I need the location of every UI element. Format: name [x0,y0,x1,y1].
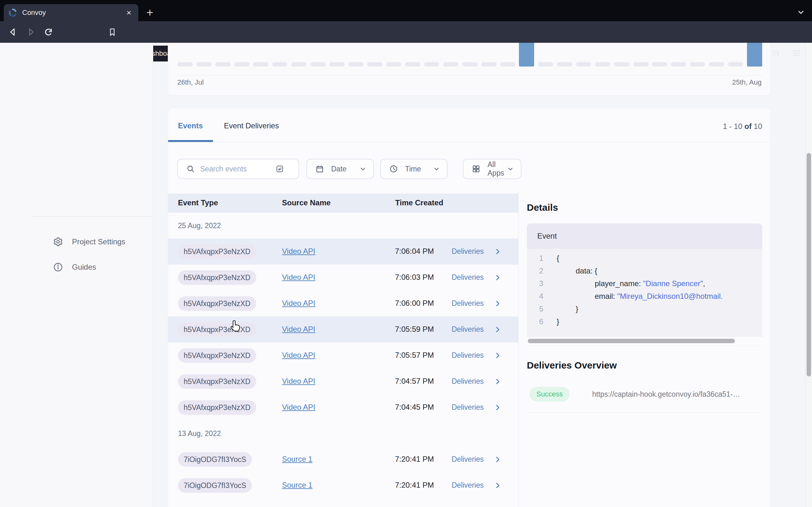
chart-bar[interactable] [367,62,383,66]
chart-bar[interactable] [196,62,212,66]
chart-bar[interactable] [405,62,420,66]
chevron-right-icon[interactable] [494,247,502,256]
code-line: 5} [527,302,762,315]
chart-bar[interactable] [500,62,515,66]
chevron-right-icon[interactable] [494,455,502,464]
chart-bar[interactable] [272,62,287,66]
sidebar-item-project-settings[interactable]: Project Settings [53,237,125,247]
chart-bar[interactable] [538,62,553,66]
chevron-right-icon[interactable] [494,274,502,282]
forward-button[interactable] [26,27,36,37]
tab-events[interactable]: Events [178,121,203,130]
chart-bar[interactable] [235,62,250,66]
deliveries-link[interactable]: Deliveries [452,273,484,282]
chart-bar[interactable] [690,62,705,66]
time-filter-dropdown[interactable]: Time [380,159,448,179]
code-horizontal-scrollbar[interactable] [528,339,735,343]
chart-bar[interactable] [728,62,743,66]
browser-tab[interactable]: Convoy × [4,4,138,21]
source-link[interactable]: Source 1 [282,481,312,490]
chart-bar[interactable] [348,62,363,66]
chart-bar-active[interactable] [519,43,534,66]
deliveries-link[interactable]: Deliveries [452,455,484,464]
source-link[interactable]: Video API [282,325,315,334]
chevron-right-icon[interactable] [494,403,502,412]
source-link[interactable]: Video API [282,403,315,412]
chart-bar[interactable] [177,62,193,66]
deliveries-link[interactable]: Deliveries [452,403,484,412]
date-filter-dropdown[interactable]: Date [306,159,374,179]
deliveries-link[interactable]: Deliveries [452,325,484,334]
table-row[interactable]: 7iOigODG7fI3YocS Source 1 7:20:41 PM Del… [168,447,518,472]
event-type-badge: 7iOigODG7fI3YocS [178,478,252,493]
back-button[interactable] [8,27,18,37]
chart-axis-line [177,75,762,75]
apps-filter-dropdown[interactable]: All Apps [463,159,521,179]
search-events-box[interactable] [177,159,299,179]
deliveries-link[interactable]: Deliveries [452,247,484,256]
chart-bar[interactable] [557,62,572,66]
chevron-right-icon[interactable] [494,299,502,308]
table-row[interactable]: h5VAfxqpxP3eNzXD Video API 7:06:04 PM De… [168,239,518,265]
chart-bar[interactable] [614,62,629,66]
table-row[interactable]: 7iOigODG7fI3YocS Source 1 7:20:41 PM Del… [168,472,518,498]
page-scrollbar-thumb[interactable] [807,153,811,377]
source-link[interactable]: Video API [282,351,315,360]
chart-bar[interactable] [253,62,268,66]
tab-close-icon[interactable]: × [124,8,134,17]
chevron-right-icon[interactable] [494,481,502,490]
chart-bar[interactable] [291,62,306,66]
source-link[interactable]: Video API [282,377,315,386]
chart-bar[interactable] [652,62,667,66]
chart-bar[interactable] [633,62,648,66]
search-input[interactable] [200,164,275,174]
chart-bar[interactable] [424,62,439,66]
chart-bar[interactable] [215,62,231,66]
source-link[interactable]: Video API [282,273,315,282]
chart-bar[interactable] [595,62,610,66]
reload-button[interactable] [44,27,53,37]
chart-bar[interactable] [576,62,591,66]
chevron-right-icon[interactable] [494,326,502,334]
code-line: 4email: "Mireya_Dickinson10@hotmail. [527,290,762,302]
deliveries-link[interactable]: Deliveries [452,377,484,386]
page-scrollbar-track[interactable] [805,43,812,507]
table-details-divider [518,191,519,507]
new-tab-button[interactable]: + [147,7,153,18]
chart-bar[interactable] [481,62,496,66]
sidebar-item-guides[interactable]: Guides [53,262,96,272]
tab-search-chevron-icon[interactable] [797,8,805,16]
chart-bar[interactable] [709,62,724,66]
tab-event-deliveries[interactable]: Event Deliveries [224,121,279,130]
source-link[interactable]: Source 1 [282,455,312,464]
source-link[interactable]: Video API [282,247,315,256]
chart-bar[interactable] [386,62,401,66]
table-row[interactable]: h5VAfxqpxP3eNzXD Video API 7:05:59 PM De… [168,317,518,343]
table-row[interactable]: h5VAfxqpxP3eNzXD Video API 7:04:45 PM De… [168,395,518,420]
table-row[interactable]: h5VAfxqpxP3eNzXD Video API 7:06:00 PM De… [168,291,518,317]
chart-bar[interactable] [671,62,686,66]
chart-bar[interactable] [462,62,477,66]
apps-filter-label: All Apps [488,160,507,177]
table-row[interactable]: h5VAfxqpxP3eNzXD Video API 7:06:03 PM De… [168,265,518,291]
events-chart-card: 26th, Jul 25th, Aug [168,43,771,96]
source-link[interactable]: Video API [282,299,315,308]
chart-bar[interactable] [443,62,458,66]
playlist-icon[interactable] [771,49,781,58]
deliveries-link[interactable]: Deliveries [452,351,484,360]
table-row[interactable]: h5VAfxqpxP3eNzXD Video API 7:04:57 PM De… [168,369,518,395]
bookmark-icon[interactable] [108,27,117,37]
table-row[interactable]: h5VAfxqpxP3eNzXD Video API 7:05:57 PM De… [168,343,518,369]
chart-bar[interactable] [329,62,345,66]
deliveries-link[interactable]: Deliveries [452,481,484,490]
event-payload-code[interactable]: 1{2data: {3player_name: "Dianne Spencer"… [527,249,762,336]
deliveries-link[interactable]: Deliveries [452,299,484,308]
time-created: 7:20:41 PM [386,481,434,490]
chart-bar[interactable] [310,62,325,66]
delivery-endpoint-url[interactable]: https://captain-hook.getconvoy.io/fa36ca… [592,390,762,399]
chevron-right-icon[interactable] [494,351,502,360]
event-section-header[interactable]: Event [527,223,762,249]
chevron-right-icon[interactable] [494,377,502,386]
chart-bar-active[interactable] [747,43,762,66]
menu-hamburger-icon[interactable] [792,49,801,58]
